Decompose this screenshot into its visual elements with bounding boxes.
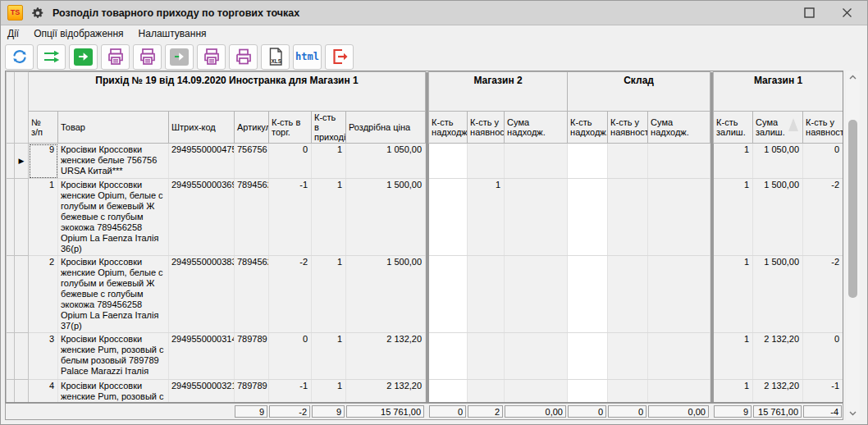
cell-qty-trade[interactable]: -2 xyxy=(269,256,312,333)
col-header-shop2-sum-in[interactable]: Сума надходж. xyxy=(505,112,568,144)
cell-shop1-qty-avail[interactable]: 0 xyxy=(803,144,843,179)
print-button-4[interactable] xyxy=(229,44,258,70)
col-header-barcode[interactable]: Штрих-код xyxy=(169,112,235,144)
cell-barcode[interactable]: 2949550000475 xyxy=(169,144,235,179)
cell-shop1-sum-left[interactable]: 2 132,20 xyxy=(753,380,803,404)
print-button-2[interactable] xyxy=(133,44,162,70)
table-row[interactable]: 2 Кросівки Кроссовки женские Opium, белы… xyxy=(7,256,843,333)
print-button-1[interactable] xyxy=(101,44,130,70)
apply-gray-button[interactable] xyxy=(165,44,194,70)
col-header-shop1-qty-avail[interactable]: К-сть у наявності xyxy=(803,112,843,144)
cell-qty-income[interactable]: 1 xyxy=(312,256,346,333)
band-header-prihod[interactable]: Прихід № 19 від 14.09.2020 Иностранка дл… xyxy=(29,72,426,112)
cell-shop1-sum-left[interactable]: 1 500,00 xyxy=(753,256,803,333)
scroll-down-icon[interactable] xyxy=(846,407,860,420)
cell-shop2-qty-avail[interactable]: 1 xyxy=(468,179,505,256)
cell-qty-trade[interactable]: -1 xyxy=(269,179,312,256)
cell-shop2-qty-in[interactable] xyxy=(429,256,468,333)
apply-distribution-button[interactable] xyxy=(69,44,98,70)
cell-num[interactable]: 1 xyxy=(29,179,58,256)
cell-tovar[interactable]: Кросівки Кроссовки женские Opium, белые … xyxy=(58,179,169,256)
cell-shop2-qty-avail[interactable] xyxy=(468,144,505,179)
table-row[interactable]: 1 Кросівки Кроссовки женские Opium, белы… xyxy=(7,179,843,256)
cell-qty-income[interactable]: 1 xyxy=(312,179,346,256)
menu-item-settings[interactable]: Налаштування xyxy=(139,28,207,39)
cell-qty-income[interactable]: 1 xyxy=(312,380,346,404)
col-header-qty-income[interactable]: К-сть в приході xyxy=(312,112,346,144)
cell-sklad-qty-in[interactable] xyxy=(568,256,608,333)
vertical-scrollbar[interactable] xyxy=(846,71,860,420)
cell-sklad-sum-in[interactable] xyxy=(648,256,710,333)
band-header-sklad[interactable]: Склад xyxy=(568,72,710,112)
cell-shop2-qty-avail[interactable] xyxy=(468,256,505,333)
col-header-sklad-sum-in[interactable]: Сума надходж. xyxy=(648,112,710,144)
cell-sklad-sum-in[interactable] xyxy=(648,380,710,404)
cell-artikul[interactable]: 7894562 xyxy=(235,179,269,256)
cell-sklad-qty-in[interactable] xyxy=(568,333,608,380)
cell-shop2-sum-in[interactable] xyxy=(505,179,568,256)
cell-barcode[interactable]: 2949550000369 xyxy=(169,179,235,256)
cell-qty-income[interactable]: 1 xyxy=(312,144,346,179)
band-header-shop2[interactable]: Магазин 2 xyxy=(429,72,568,112)
cell-price[interactable]: 2 132,20 xyxy=(346,380,426,404)
col-header-shop1-qty-left[interactable]: К-сть залиш. xyxy=(714,112,753,144)
cell-shop2-qty-in[interactable] xyxy=(429,380,468,404)
cell-price[interactable]: 1 050,00 xyxy=(346,144,426,179)
cell-shop2-sum-in[interactable] xyxy=(505,144,568,179)
cell-shop1-sum-left[interactable]: 1 500,00 xyxy=(753,179,803,256)
table-row[interactable]: 3 Кросівки Кроссовки женские Pum, розовы… xyxy=(7,333,843,380)
menu-item-actions[interactable]: Дії xyxy=(7,28,19,39)
cell-shop1-qty-avail[interactable]: -2 xyxy=(803,179,843,256)
cell-barcode[interactable]: 2949550000321 xyxy=(169,380,235,404)
cell-sklad-qty-avail[interactable] xyxy=(608,179,648,256)
col-header-price[interactable]: Роздрібна ціна xyxy=(346,112,426,144)
cell-shop1-sum-left[interactable]: 2 132,20 xyxy=(753,333,803,380)
cell-shop1-qty-left[interactable]: 1 xyxy=(714,380,753,404)
cell-shop1-qty-left[interactable]: 1 xyxy=(714,256,753,333)
col-header-qty-trade[interactable]: К-сть в торг. xyxy=(269,112,312,144)
col-header-sklad-qty-in[interactable]: К-сть надходж. xyxy=(568,112,608,144)
cell-shop2-sum-in[interactable] xyxy=(505,380,568,404)
cell-sklad-qty-in[interactable] xyxy=(568,179,608,256)
redistribute-button[interactable] xyxy=(37,44,66,70)
menu-item-display-options[interactable]: Опції відображення xyxy=(34,28,123,39)
cell-barcode[interactable]: 2949550000383 xyxy=(169,256,235,333)
cell-barcode[interactable]: 2949550000314 xyxy=(169,333,235,380)
cell-price[interactable]: 1 500,00 xyxy=(346,256,426,333)
scrollbar-thumb[interactable] xyxy=(848,120,857,298)
cell-qty-trade[interactable]: 0 xyxy=(269,144,312,179)
cell-sklad-sum-in[interactable] xyxy=(648,179,710,256)
close-button[interactable] xyxy=(841,7,852,19)
cell-shop2-qty-in[interactable] xyxy=(429,144,468,179)
exit-button[interactable] xyxy=(325,44,354,70)
refresh-button[interactable] xyxy=(5,44,34,70)
band-header-shop1[interactable]: Магазин 1 xyxy=(714,72,843,112)
cell-shop2-qty-in[interactable] xyxy=(429,179,468,256)
cell-num[interactable]: 4 xyxy=(29,380,58,404)
cell-tovar[interactable]: Кросівки Кроссовки женские Opium, белые … xyxy=(58,256,169,333)
cell-price[interactable]: 1 500,00 xyxy=(346,179,426,256)
cell-qty-trade[interactable]: -1 xyxy=(269,380,312,404)
cell-artikul[interactable]: 789789 xyxy=(235,380,269,404)
cell-sklad-qty-in[interactable] xyxy=(568,380,608,404)
cell-artikul[interactable]: 789789 xyxy=(235,333,269,380)
cell-artikul[interactable]: 7894562 xyxy=(235,256,269,333)
cell-sklad-qty-avail[interactable] xyxy=(608,144,648,179)
cell-shop2-qty-in[interactable] xyxy=(429,333,468,380)
cell-shop1-sum-left[interactable]: 1 050,00 xyxy=(753,144,803,179)
scroll-up-icon[interactable] xyxy=(846,71,860,84)
cell-shop1-qty-avail[interactable]: -2 xyxy=(803,256,843,333)
print-button-3[interactable] xyxy=(197,44,226,70)
cell-qty-income[interactable]: 1 xyxy=(312,333,346,380)
cell-shop1-qty-left[interactable]: 1 xyxy=(714,333,753,380)
table-row[interactable]: ▶ 9 Кросівки Кроссовки женские белые 756… xyxy=(7,144,843,179)
maximize-button[interactable] xyxy=(803,7,815,19)
cell-shop1-qty-avail[interactable]: 0 xyxy=(803,333,843,380)
cell-shop2-sum-in[interactable] xyxy=(505,333,568,380)
cell-shop2-sum-in[interactable] xyxy=(505,256,568,333)
cell-tovar[interactable]: Кросівки Кроссовки женские Pum, розовый … xyxy=(58,380,169,404)
col-header-shop1-sum-left[interactable]: Сума залиш. xyxy=(753,112,803,144)
col-header-tovar[interactable]: Товар xyxy=(58,112,169,144)
cell-shop1-qty-avail[interactable]: -1 xyxy=(803,380,843,404)
cell-tovar[interactable]: Кросівки Кроссовки женские белые 756756 … xyxy=(58,144,169,179)
